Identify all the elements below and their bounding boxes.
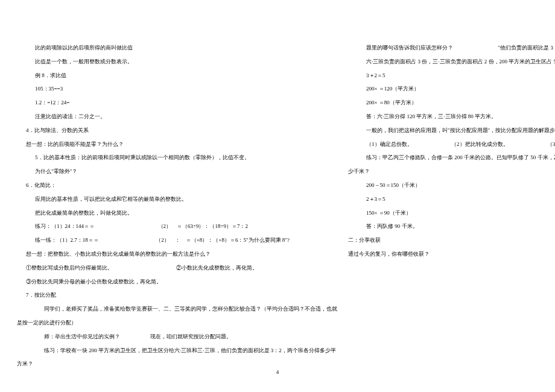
text-line: 150× ＝90（千米） — [348, 207, 555, 220]
text-line: 比的前项除以比的后项所得的商叫做比值 — [17, 42, 337, 54]
text-span: "他们负责的面积比是 3：2"，是什么意思？ — [498, 45, 556, 51]
text-line: 想一想：把整数比、小数比或分数比化成最简单的整数比的一般方法是什么？ — [17, 248, 337, 261]
text-span: 师：举出生活中你见过的实例？ — [44, 334, 120, 340]
text-line: 练一练：（1）2.7：18＝＝ （2） ： ＝（×8）：（×8）＝6：5"为什么… — [17, 235, 337, 247]
text-span: ②小数比先化成整数比，再化简。 — [176, 265, 258, 271]
text-line: 7．按比分配 — [17, 289, 337, 302]
text-line: 200× ＝120（平方米） — [348, 83, 555, 95]
text-line: 练习：（1）24：144＝＝ （2） ＝（63÷9）：（18÷9）＝7：2 — [17, 221, 337, 233]
text-line: 比值是一个数，一般用整数或分数表示。 — [17, 56, 337, 68]
text-span: （1）确定总份数。 — [366, 141, 413, 147]
text-line: 5．比的基本性质：比的前项和后项同时乘以或除以一个相同的数（零除外），比值不变。 — [17, 152, 337, 164]
text-span: （2） ： ＝（×8）：（×8）＝6：5"为什么要同乘 8"? — [156, 237, 290, 243]
text-line: 例 8．求比值 — [17, 70, 337, 82]
text-line: 二：分享收获 — [348, 235, 555, 247]
text-span: （3）求一个数的几分之几是多少。 — [547, 141, 555, 147]
page-number: 4 — [276, 369, 279, 375]
text-span: 练一练：（1）2.7：18＝＝ — [35, 237, 99, 243]
text-line: 方米？ — [17, 358, 337, 370]
text-line: 2＋3＝5 — [348, 194, 555, 206]
text-line: 答：六·三班分得 120 平方米，三·三班分得 80 平方米。 — [348, 111, 555, 123]
text-span: （2）把比转化成分数。 — [451, 141, 509, 147]
text-line: ③分数比先同乘分母的最小公倍数化成整数比，再化简。 — [17, 276, 337, 288]
text-line: 题里的哪句话告诉我们应该怎样分？ "他们负责的面积比是 3：2"，是什么意思？ — [348, 42, 555, 54]
text-line: 想一想：比的后项能不能是零？为什么？ — [17, 139, 337, 151]
text-line: 少千米？ — [348, 166, 555, 178]
text-line: 200× ＝80（平方米） — [348, 97, 555, 109]
text-line: 为什么"零除外"？ — [17, 166, 337, 178]
text-span: 题里的哪句话告诉我们应该怎样分？ — [366, 45, 453, 51]
text-line: 3＋2＝5 — [348, 70, 555, 82]
text-line: 通过今天的复习，你有哪些收获？ — [348, 248, 555, 261]
text-line: 应用比的基本性质，可以把比化成和它相等的最简单的整数比。 — [17, 194, 337, 206]
text-span: ①整数比写成分数后约分得最简比。 — [26, 265, 113, 271]
text-line: 答：丙队修 90 千米。 — [348, 221, 555, 233]
text-line: 同学们，老师买了奖品，准备奖给数学竞赛获一、二、三等奖的同学，怎样分配比较合适？… — [17, 303, 337, 315]
text-span: 练习：（1）24：144＝＝ — [35, 223, 95, 229]
text-line: 练习：学校有一块 200 平方米的卫生区，把卫生区分给六·三班和三·三班，他们负… — [17, 345, 337, 357]
text-line: 师：举出生活中你见过的实例？ 现在，咱们就研究按比分配问题。 — [17, 331, 337, 343]
text-line: 200－50＝150（千米） — [348, 180, 555, 192]
text-line: ①整数比写成分数后约分得最简比。 ②小数比先化成整数比，再化简。 — [17, 262, 337, 274]
text-line: （1）确定总份数。 （2）把比转化成分数。 （3）求一个数的几分之几是多少。 — [348, 139, 555, 151]
text-line: 六·三班负责的面积占 3 份，三·三班负责的面积占 2 份，200 平方米的卫生… — [348, 56, 555, 68]
text-line: 1.2：=12：24= — [17, 97, 337, 109]
text-line: 一般的，我们把这样的应用题，叫"按比分配应用题"，按比分配应用题的解题步骤是什么… — [348, 125, 555, 137]
text-line: 注意比值的读法：二分之一。 — [17, 111, 337, 123]
page-container: 比的前项除以比的后项所得的商叫做比值 比值是一个数，一般用整数或分数表示。 例 … — [0, 0, 555, 384]
left-column: 比的前项除以比的后项所得的商叫做比值 比值是一个数，一般用整数或分数表示。 例 … — [17, 42, 337, 372]
text-line: 练习：甲乙丙三个修路队，合修一条 200 千米的公路。已知甲队修了 50 千米，… — [348, 152, 555, 164]
text-span: （2） ＝（63÷9）：（18÷9）＝7：2 — [158, 223, 248, 229]
text-line: 4．比与除法、分数的关系 — [17, 125, 337, 137]
text-line: 是按一定的比进行分配） — [17, 317, 337, 329]
right-column: 题里的哪句话告诉我们应该怎样分？ "他们负责的面积比是 3：2"，是什么意思？ … — [348, 42, 555, 372]
text-line: 105：35==3 — [17, 83, 337, 95]
text-line: 把比化成最简单的整数比，叫做化简比。 — [17, 207, 337, 220]
text-span: 现在，咱们就研究按比分配问题。 — [150, 334, 232, 340]
text-line: 6．化简比： — [17, 180, 337, 192]
